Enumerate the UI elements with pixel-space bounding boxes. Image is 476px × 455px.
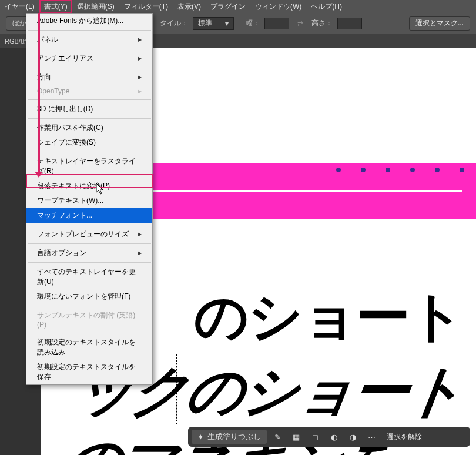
menu-item-14[interactable]: テキストレイヤーをラスタライズ(R) [26, 154, 152, 179]
menu-item-15[interactable]: 段落テキストに変換(P) [26, 179, 152, 193]
select-and-mask-button[interactable]: 選択とマスク... [409, 16, 470, 31]
menu-item-17[interactable]: マッチフォント... [26, 208, 152, 223]
contextual-taskbar: ✦ 生成塗りつぶし ✎ ▦ ◻ ◐ ◑ ⋯ 選択を解除 [188, 427, 470, 447]
main-menubar: イヤー(L) 書式(Y) 選択範囲(S) フィルター(T) 表示(V) プラグイ… [0, 0, 476, 13]
menu-item-9[interactable]: 3D に押し出し(D) [26, 102, 152, 116]
style-dropdown[interactable]: 標準▾ [193, 17, 234, 30]
menu-type[interactable]: 書式(Y) [39, 0, 72, 14]
add-selection-icon[interactable]: ▦ [288, 430, 304, 444]
generative-fill-button[interactable]: ✦ 生成塗りつぶし [192, 430, 267, 444]
menu-item-11[interactable]: 作業用パスを作成(C) [26, 121, 152, 135]
menu-item-0[interactable]: Adobe Fonts から追加(M)... [26, 14, 152, 28]
adjust-icon[interactable]: ◐ [326, 430, 342, 444]
mask-icon[interactable]: ◻ [307, 430, 323, 444]
dots-row [336, 168, 464, 172]
menu-layer[interactable]: イヤー(L) [0, 0, 39, 14]
menu-item-19[interactable]: フォントプレビューのサイズ [26, 227, 152, 242]
menu-item-2[interactable]: パネル [26, 32, 152, 47]
menu-item-21[interactable]: 言語オプション [26, 246, 152, 260]
menu-item-28[interactable]: 初期設定のテキストスタイルを読み込み [26, 335, 152, 360]
menu-item-6[interactable]: 方向 [26, 70, 152, 85]
menu-item-26: サンプルテキストの割付 (英語) (P) [26, 308, 152, 331]
more-icon[interactable]: ⋯ [363, 430, 380, 444]
canvas-text-1: のショート [194, 280, 463, 353]
menu-item-24[interactable]: 環境にないフォントを管理(F) [26, 289, 152, 304]
type-dropdown-menu: Adobe Fonts から追加(M)...パネルアンチエイリアス方向OpenT… [26, 13, 153, 385]
menu-item-29[interactable]: 初期設定のテキストスタイルを保存 [26, 360, 152, 384]
menu-filter[interactable]: フィルター(T) [119, 0, 173, 14]
invert-icon[interactable]: ◑ [344, 430, 361, 444]
swap-icon[interactable]: ⇄ [297, 19, 303, 28]
menu-item-12[interactable]: シェイプに変換(S) [26, 135, 152, 150]
menu-help[interactable]: ヘルプ(H) [306, 0, 347, 14]
sparkle-icon: ✦ [197, 433, 204, 441]
menu-plugin[interactable]: プラグイン [206, 0, 250, 14]
menu-window[interactable]: ウィンドウ(W) [250, 0, 306, 14]
menu-item-23[interactable]: すべてのテキストレイヤーを更新(U) [26, 265, 152, 289]
menu-item-4[interactable]: アンチエイリアス [26, 51, 152, 66]
menu-select[interactable]: 選択範囲(S) [72, 0, 119, 14]
height-input[interactable] [337, 18, 362, 29]
style-label: タイル： [160, 18, 188, 28]
menu-item-7: OpenType [26, 85, 152, 98]
deselect-button[interactable]: 選択を解除 [382, 432, 427, 442]
width-label: 幅： [246, 18, 260, 28]
menu-view[interactable]: 表示(V) [173, 0, 206, 14]
brush-icon[interactable]: ✎ [269, 430, 286, 444]
width-input[interactable] [264, 18, 289, 29]
menu-item-16[interactable]: ワープテキスト(W)... [26, 193, 152, 208]
height-label: 高さ： [311, 18, 333, 28]
